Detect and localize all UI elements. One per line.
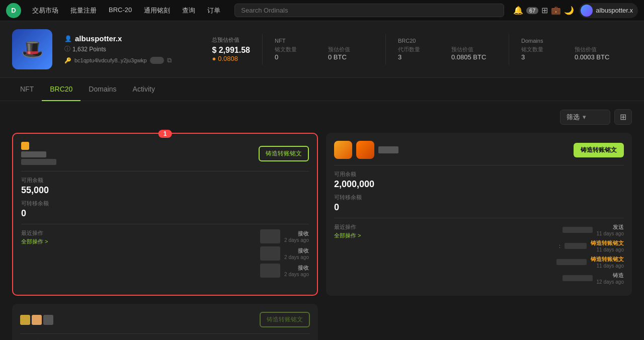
op2-1-text: 发送 11 days ago [597, 223, 624, 236]
brc20-count-col: 代币数量 3 [398, 46, 443, 61]
card2-transferable: 可转移余额 0 [334, 194, 624, 213]
wallet-icon[interactable]: 💼 [551, 6, 561, 15]
domains-price: 0.0003 BTC [575, 53, 620, 61]
card2-available-value: 2,000,000 [334, 179, 624, 190]
profile-points: ⓘ 1,632 Points [64, 45, 188, 53]
profile-section: 🎩 👤 albuspotter.x ⓘ 1,632 Points 🔑 bc1qp… [0, 21, 644, 78]
tab-domains[interactable]: Domains [80, 78, 124, 101]
profile-avatar: 🎩 [12, 29, 52, 69]
op2-time: 2 days ago [284, 254, 309, 260]
token-icon-bar1 [21, 151, 46, 157]
nav-trading[interactable]: 交易市场 [27, 4, 63, 17]
op1-action: 接收 [284, 230, 309, 237]
card2-recent-ops: 最近操作 全部操作 > 发送 11 days ago : [334, 223, 624, 288]
card1-mint-button[interactable]: 铸造转账铭文 [259, 146, 309, 161]
card1-ops-label-col: 最近操作 全部操作 > [21, 229, 51, 245]
card2-op2-action: 铸造转账铭文 [591, 239, 624, 247]
view-toggle-button[interactable]: ⊞ [614, 109, 632, 125]
btc-amount: 0.0808 [218, 55, 238, 62]
op2-2-text: 铸造转账铭文 11 days ago [591, 239, 624, 252]
domains-stats: 铭文数量 3 预估价值 0.0003 BTC [521, 46, 620, 61]
main-content: 筛选 ▾ ⊞ 1 铸造转账铭文 可用余额 [0, 101, 644, 340]
card1-stats: 可用余额 55,000 [21, 177, 309, 196]
brc20-title: BRC20 [398, 38, 497, 44]
brc20-count: 3 [398, 53, 443, 61]
nav-query[interactable]: 查询 [177, 4, 200, 17]
cards-grid: 1 铸造转账铭文 可用余额 55,000 [12, 133, 632, 340]
nav-inscription[interactable]: 通用铭刻 [139, 4, 175, 17]
domains-count: 3 [521, 53, 567, 61]
brc20-price-col: 预估价值 0.0805 BTC [451, 46, 497, 61]
nav-orders[interactable]: 订单 [202, 4, 225, 17]
brc20-stats: 代币数量 3 预估价值 0.0805 BTC [398, 46, 497, 61]
card2-op-2: : 铸造转账铭文 11 days ago [372, 239, 624, 252]
op2-hash-4 [562, 275, 593, 281]
btc-value: ● 0.0808 [212, 55, 250, 62]
user-avatar [581, 5, 593, 17]
token-peach-icon [32, 315, 42, 325]
card2-mint-button[interactable]: 铸造转账铭文 [574, 143, 624, 157]
card1-available-value: 55,000 [21, 185, 309, 196]
card2-op-3: 铸造转账铭文 11 days ago [372, 256, 624, 269]
card2-op4-time: 12 days ago [597, 279, 624, 285]
nav-brc20[interactable]: BRC-20 [104, 4, 137, 17]
card2-stats: 可用余额 2,000,000 [334, 171, 624, 190]
card1-recent-ops: 最近操作 全部操作 > 接收 2 days ago 接收 [21, 229, 309, 281]
grid-icon[interactable]: ⊞ [541, 6, 548, 15]
op3-text: 接收 2 days ago [284, 264, 309, 277]
card1-header: 铸造转账铭文 [21, 142, 309, 165]
op2-hash-3 [556, 259, 587, 265]
stat-brc20: BRC20 代币数量 3 预估价值 0.0805 BTC [385, 34, 509, 65]
card2-op-1: 发送 11 days ago [372, 223, 624, 236]
card2-op4-action: 铸造 [597, 272, 624, 279]
card2-ops-label-col: 最近操作 全部操作 > [334, 223, 364, 239]
card2-recent-ops-label: 最近操作 [334, 223, 364, 231]
nft-count-col: 铭文数量 0 [275, 46, 320, 61]
op2-3-text: 铸造转账铭文 11 days ago [591, 256, 624, 269]
points-value: 1,632 Points [72, 46, 106, 53]
filter-dropdown[interactable]: 筛选 ▾ [560, 110, 610, 125]
domains-count-col: 铭文数量 3 [521, 46, 567, 61]
domains-title: Domains [521, 38, 620, 44]
user-profile[interactable]: albuspotter.x [579, 3, 638, 18]
op1-text: 接收 2 days ago [284, 230, 309, 243]
card1-available: 可用余额 55,000 [21, 177, 309, 196]
theme-icon[interactable]: 🌙 [564, 6, 574, 15]
stat-nft: NFT 铭文数量 0 预估价值 0 BTC [262, 34, 385, 65]
card3-header: 铸造转账铭文 [20, 312, 310, 327]
op3-action: 接收 [284, 264, 309, 272]
nft-title: NFT [275, 38, 373, 44]
card1-token-icon [21, 142, 46, 165]
notification-icon[interactable]: 🔔 [513, 6, 523, 15]
card1-op-3: 接收 2 days ago [59, 264, 309, 278]
op2-hash-1 [562, 227, 593, 233]
card1-op-2: 接收 2 days ago [59, 246, 309, 261]
op2-hash-2 [565, 243, 587, 249]
copy-address-button[interactable]: ⧉ [167, 56, 172, 64]
profile-name: 👤 albuspotter.x [64, 34, 188, 43]
card2-op3-time: 11 days ago [591, 263, 624, 269]
card3-token-stack [20, 315, 53, 325]
brc20-card-1: 1 铸造转账铭文 可用余额 55,000 [12, 133, 318, 296]
token-gold-icon [20, 315, 30, 325]
op-thumb-2 [260, 246, 280, 261]
nft-price: 0 BTC [328, 53, 373, 61]
tab-brc20[interactable]: BRC20 [42, 78, 80, 101]
navbar: D 交易市场 批量注册 BRC-20 通用铭刻 查询 订单 🔔 67 ⊞ 💼 🌙… [0, 0, 644, 21]
search-container [234, 4, 504, 17]
card2-transferable-value: 0 [334, 202, 624, 213]
op2-sep: : [559, 243, 560, 249]
brc20-count-label: 代币数量 [398, 46, 443, 53]
card2-all-ops-link[interactable]: 全部操作 > [334, 232, 364, 239]
info-icon[interactable]: ⓘ [64, 45, 70, 53]
token-orange2-icon [356, 141, 374, 159]
tab-activity[interactable]: Activity [125, 78, 163, 101]
domains-count-label: 铭文数量 [521, 46, 567, 53]
nav-batch-register[interactable]: 批量注册 [65, 4, 102, 17]
search-input[interactable] [234, 4, 504, 17]
tab-nft[interactable]: NFT [12, 78, 42, 101]
address-toggle[interactable] [150, 57, 164, 64]
token-icon-yellow [21, 142, 29, 150]
card2-token-icon [334, 141, 398, 159]
card1-all-ops-link[interactable]: 全部操作 > [21, 238, 51, 245]
